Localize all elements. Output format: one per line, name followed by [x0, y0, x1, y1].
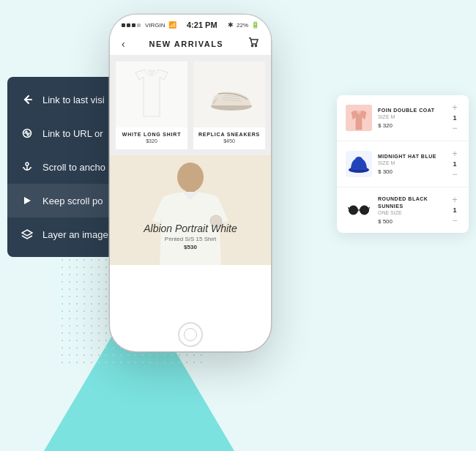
svg-line-26	[369, 207, 371, 209]
banner-subtitle: Printed S/S 15 Shirt	[110, 236, 271, 242]
foin-coat-minus[interactable]: −	[450, 123, 460, 133]
midnight-hat-thumb	[346, 151, 372, 177]
foin-coat-qty-num: 1	[453, 114, 456, 122]
foin-coat-thumb	[346, 105, 372, 131]
products-grid: WHITE LONG SHIRT $320	[110, 56, 271, 155]
carrier-name: VIRGIN	[145, 22, 166, 29]
foin-coat-name: FOIN DOUBLE COAT	[378, 107, 444, 113]
phone-status-left: VIRGIN 📶	[122, 21, 176, 29]
signal-dots	[122, 23, 141, 27]
svg-marker-8	[22, 230, 32, 236]
banner-price: $530	[110, 244, 271, 250]
scene: Link to last visi Link to URL or	[0, 0, 476, 451]
cart-panel: FOIN DOUBLE COAT SIZE M $ 320 + 1 −	[337, 95, 469, 233]
black-sunnies-qty-num: 1	[453, 206, 456, 214]
phone-content: WHITE LONG SHIRT $320	[110, 56, 271, 318]
anchor-icon	[19, 159, 35, 175]
hat-image	[346, 151, 372, 177]
svg-point-22	[349, 206, 358, 215]
phone-status-bar: VIRGIN 📶 4:21 PM ✱ 22% 🔋	[110, 15, 271, 32]
svg-point-10	[256, 45, 257, 47]
white-shirt-price: $320	[116, 138, 187, 144]
midnight-hat-info: MIDNIGHT HAT BLUE SIZE M $ 300	[378, 153, 444, 175]
menu-item-label-scroll-anchor: Scroll to ancho	[42, 162, 105, 173]
product-white-shirt[interactable]: WHITE LONG SHIRT $320	[116, 61, 187, 149]
black-sunnies-size: ONE SIZE	[378, 210, 444, 215]
bluetooth-icon: ✱	[228, 21, 234, 29]
menu-item-label-link-url: Link to URL or	[42, 128, 103, 139]
black-sunnies-info: ROUNDED BLACK SUNNIES ONE SIZE $ 500	[378, 195, 444, 224]
banner-title: Albion Portrait White	[110, 223, 271, 234]
sneakers-price: $450	[193, 138, 265, 144]
cart-item-foin-coat[interactable]: FOIN DOUBLE COAT SIZE M $ 320 + 1 −	[337, 95, 469, 141]
cart-item-midnight-hat[interactable]: MIDNIGHT HAT BLUE SIZE M $ 300 + 1 −	[337, 141, 469, 187]
phone-time: 4:21 PM	[187, 20, 217, 29]
sunglasses-image	[346, 197, 372, 223]
svg-line-25	[348, 207, 349, 209]
phone-nav-bar: ‹ NEW ARRIVALS	[110, 32, 271, 56]
black-sunnies-price: $ 500	[378, 218, 444, 225]
foin-coat-size: SIZE M	[378, 114, 444, 119]
midnight-hat-plus[interactable]: +	[450, 149, 460, 159]
midnight-hat-minus[interactable]: −	[450, 169, 460, 179]
phone-banner[interactable]: Albion Portrait White Printed S/S 15 Shi…	[110, 155, 271, 265]
menu-item-label-layer-image: Layer an image	[42, 229, 108, 240]
battery-percent: 22%	[237, 22, 248, 29]
cart-item-black-sunnies[interactable]: ROUNDED BLACK SUNNIES ONE SIZE $ 500 + 1…	[337, 187, 469, 233]
menu-item-label-keep-scroll: Keep scroll po	[42, 195, 103, 206]
foin-coat-qty: + 1 −	[450, 102, 460, 133]
phone-mockup: VIRGIN 📶 4:21 PM ✱ 22% 🔋 ‹ NEW ARRIVALS	[110, 15, 271, 351]
svg-point-16	[177, 163, 204, 192]
black-sunnies-name: ROUNDED BLACK SUNNIES	[378, 195, 444, 209]
banner-text: Albion Portrait White Printed S/S 15 Shi…	[110, 223, 271, 250]
phone-home-button[interactable]	[178, 322, 203, 347]
svg-point-23	[360, 206, 369, 215]
arrow-left-icon	[19, 92, 35, 108]
black-sunnies-thumb	[346, 197, 372, 223]
midnight-hat-size: SIZE M	[378, 160, 444, 165]
battery-icon: 🔋	[251, 21, 259, 29]
layers-icon	[19, 226, 35, 242]
foin-coat-info: FOIN DOUBLE COAT SIZE M $ 320	[378, 107, 444, 129]
midnight-hat-qty-num: 1	[453, 160, 456, 168]
back-button[interactable]: ‹	[122, 38, 125, 50]
midnight-hat-qty: + 1 −	[450, 149, 460, 179]
foin-coat-plus[interactable]: +	[450, 102, 460, 113]
svg-point-9	[252, 45, 253, 47]
page-title: NEW ARRIVALS	[149, 40, 223, 48]
svg-point-21	[355, 157, 362, 163]
midnight-hat-price: $ 300	[378, 168, 444, 175]
white-shirt-name: WHITE LONG SHIRT	[116, 132, 187, 137]
foin-coat-price: $ 320	[378, 122, 444, 129]
black-sunnies-minus[interactable]: −	[450, 215, 460, 225]
menu-item-label-link-last-visit: Link to last visi	[42, 94, 105, 105]
phone-battery-area: ✱ 22% 🔋	[228, 21, 259, 29]
play-icon	[19, 193, 35, 209]
jacket-image	[346, 105, 372, 131]
white-shirt-image	[116, 61, 187, 127]
sneakers-image	[193, 61, 265, 127]
wifi-icon: 📶	[168, 21, 176, 29]
sneakers-name: REPLICA SNEAKERS	[193, 132, 265, 137]
svg-point-3	[26, 163, 29, 165]
refresh-link-icon	[19, 125, 35, 141]
midnight-hat-name: MIDNIGHT HAT BLUE	[378, 153, 444, 160]
product-replica-sneakers[interactable]: REPLICA SNEAKERS $450	[193, 61, 265, 149]
cart-button[interactable]	[248, 37, 259, 51]
svg-marker-7	[24, 197, 31, 204]
black-sunnies-plus[interactable]: +	[450, 195, 460, 205]
black-sunnies-qty: + 1 −	[450, 195, 460, 225]
